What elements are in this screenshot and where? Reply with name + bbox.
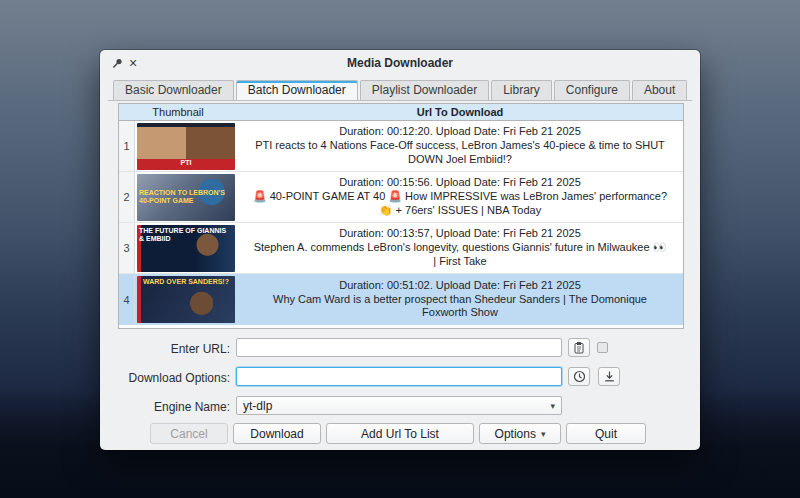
table-row-selected[interactable]: 4 Ward over Sanders!? Duration: 00:51:02… [119,274,683,325]
engine-name-combobox[interactable]: yt-dlp ▾ [236,396,562,415]
table-row[interactable]: 1 PTI Duration: 00:12:20. Upload Date: F… [119,121,683,172]
table-row[interactable]: 2 Reaction to LeBron's 40-point game Dur… [119,172,683,223]
url-cell[interactable]: Duration: 00:13:57, Upload Date: Fri Feb… [237,223,683,273]
url-cell[interactable]: Duration: 00:51:02. Upload Date: Fri Feb… [237,274,683,325]
tab-divider [108,100,692,101]
video-title: PTI reacts to 4 Nations Face-Off success… [251,139,669,167]
video-thumbnail: Reaction to LeBron's 40-point game [137,174,235,221]
tab-basic-downloader[interactable]: Basic Downloader [113,80,234,100]
download-button-label: Download [250,427,303,441]
tab-configure[interactable]: Configure [554,80,630,100]
history-clock-icon [573,370,586,383]
column-header-thumbnail: Thumbnail [119,106,237,118]
table-row[interactable]: 3 The future of Giannis & Embiid Duratio… [119,223,683,274]
options-button[interactable]: Options ▾ [479,423,561,444]
paste-clipboard-button[interactable] [568,338,590,357]
enter-url-label: Enter URL: [100,342,230,356]
window-title: Media Downloader [100,56,700,70]
thumbnail-caption: The future of Giannis & Embiid [137,225,235,245]
tab-bar: Basic Downloader Batch Downloader Playli… [113,80,689,101]
download-list-table[interactable]: Thumbnail Url To Download 1 PTI Duration… [118,103,684,329]
download-button[interactable]: Download [233,423,321,444]
video-thumbnail: The future of Giannis & Embiid [137,225,235,272]
row-number: 2 [119,172,135,222]
engine-name-label: Engine Name: [100,400,230,414]
enter-url-input[interactable] [236,338,562,357]
clipboard-monitor-checkbox[interactable] [597,342,608,353]
row-number: 3 [119,223,135,273]
cancel-button[interactable]: Cancel [150,423,228,444]
url-cell[interactable]: Duration: 00:12:20. Upload Date: Fri Feb… [237,121,683,171]
options-history-button[interactable] [568,367,590,386]
video-title: Stephen A. commends LeBron's longevity, … [251,241,669,269]
thumbnail-caption: Reaction to LeBron's 40-point game [137,187,235,207]
column-header-url: Url To Download [237,106,683,118]
download-options-label: Download Options: [100,371,230,385]
quit-button-label: Quit [595,427,617,441]
thumbnail-caption: PTI [179,157,194,169]
video-duration: Duration: 00:12:20. Upload Date: Fri Feb… [339,125,581,139]
chevron-down-icon: ▾ [550,401,555,411]
tab-playlist-downloader[interactable]: Playlist Downloader [360,80,489,100]
tab-library[interactable]: Library [491,80,552,100]
video-duration: Duration: 00:15:56. Upload Date: Fri Feb… [339,176,581,190]
thumbnail-cell: The future of Giannis & Embiid [135,223,237,273]
titlebar[interactable]: × Media Downloader [100,50,700,76]
thumbnail-cell: Reaction to LeBron's 40-point game [135,172,237,222]
video-duration: Duration: 00:51:02. Upload Date: Fri Feb… [339,279,581,293]
video-thumbnail: Ward over Sanders!? [137,276,235,323]
video-title: Why Cam Ward is a better prospect than S… [251,293,669,321]
add-url-button-label: Add Url To List [361,427,439,441]
video-thumbnail: PTI [137,123,235,170]
thumbnail-cell: PTI [135,121,237,171]
video-title: 🚨 40-POINT GAME AT 40 🚨 How IMPRESSIVE w… [251,190,669,218]
cancel-button-label: Cancel [170,427,207,441]
media-downloader-window: × Media Downloader Basic Downloader Batc… [100,50,700,450]
thumbnail-caption: Ward over Sanders!? [141,276,231,288]
tab-about[interactable]: About [632,80,687,100]
table-header: Thumbnail Url To Download [119,104,683,121]
video-duration: Duration: 00:13:57, Upload Date: Fri Feb… [339,227,581,241]
row-number: 4 [119,274,135,325]
thumbnail-cell: Ward over Sanders!? [135,274,237,325]
options-button-label: Options [495,427,536,441]
download-options-fetch-button[interactable] [598,367,620,386]
download-options-input[interactable] [236,367,562,386]
quit-button[interactable]: Quit [566,423,646,444]
url-cell[interactable]: Duration: 00:15:56. Upload Date: Fri Feb… [237,172,683,222]
add-url-to-list-button[interactable]: Add Url To List [326,423,474,444]
tab-batch-downloader[interactable]: Batch Downloader [236,80,358,101]
chevron-down-icon: ▾ [541,429,546,439]
row-number: 1 [119,121,135,171]
engine-name-value: yt-dlp [243,399,550,413]
clipboard-icon [573,341,585,354]
download-arrow-icon [603,370,616,383]
